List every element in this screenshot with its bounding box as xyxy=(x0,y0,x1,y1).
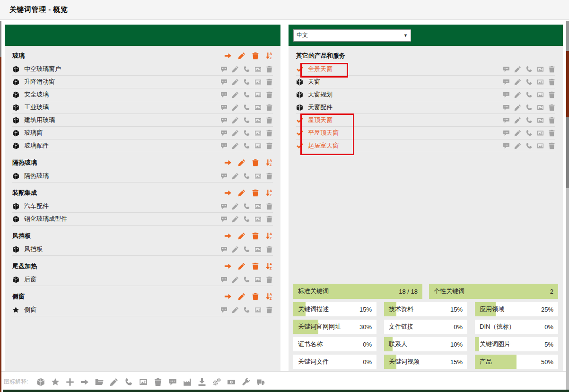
comment-icon[interactable] xyxy=(220,78,228,86)
trash-icon[interactable] xyxy=(548,130,555,137)
pencil-icon[interactable] xyxy=(514,66,521,73)
trash-icon[interactable] xyxy=(252,52,259,60)
comment-icon[interactable] xyxy=(220,276,228,283)
arrow-right-icon[interactable] xyxy=(224,262,232,270)
trash-icon[interactable] xyxy=(266,66,273,73)
phone-icon[interactable] xyxy=(525,78,533,86)
list-item[interactable]: 升降滑动窗 xyxy=(12,76,273,88)
phone-icon[interactable] xyxy=(525,91,533,98)
image-icon[interactable] xyxy=(537,78,544,86)
image-icon[interactable] xyxy=(254,78,262,86)
pencil-icon[interactable] xyxy=(238,262,245,270)
image-icon[interactable] xyxy=(254,276,262,283)
pencil-icon[interactable] xyxy=(238,293,245,300)
image-icon[interactable] xyxy=(537,104,544,111)
image-icon[interactable] xyxy=(254,246,262,253)
image-icon[interactable] xyxy=(254,306,262,314)
pencil-icon[interactable] xyxy=(232,91,239,98)
pencil-icon[interactable] xyxy=(232,216,239,223)
arrow-right-icon[interactable] xyxy=(224,189,232,197)
folder-open-icon[interactable] xyxy=(198,30,210,41)
pencil-icon[interactable] xyxy=(514,142,521,149)
image-icon[interactable] xyxy=(254,216,262,223)
trash-icon[interactable] xyxy=(252,159,259,166)
image-icon[interactable] xyxy=(254,104,262,111)
list-item[interactable]: 屋顶天窗 xyxy=(296,114,555,127)
sort-az-icon[interactable]: AZ xyxy=(265,293,273,300)
arrow-right-icon[interactable] xyxy=(224,232,232,240)
comment-icon[interactable] xyxy=(220,130,228,137)
pencil-icon[interactable] xyxy=(232,203,239,210)
download-icon[interactable] xyxy=(261,30,272,41)
list-item[interactable]: 天窗 xyxy=(296,76,555,88)
comment-icon[interactable] xyxy=(503,130,510,137)
comment-icon[interactable] xyxy=(503,104,510,111)
pencil-icon[interactable] xyxy=(514,117,521,124)
comment-icon[interactable] xyxy=(503,78,510,86)
list-item[interactable]: 玻璃窗 xyxy=(12,127,273,139)
phone-icon[interactable] xyxy=(525,117,533,124)
pencil-icon[interactable] xyxy=(514,104,521,111)
comment-icon[interactable] xyxy=(503,91,510,98)
close-icon[interactable] xyxy=(552,4,562,15)
pencil-icon[interactable] xyxy=(514,91,521,98)
image-icon[interactable] xyxy=(537,130,544,137)
image-icon[interactable] xyxy=(254,203,262,210)
trash-icon[interactable] xyxy=(266,276,273,283)
trash-icon[interactable] xyxy=(548,117,555,124)
trash-icon[interactable] xyxy=(548,104,555,111)
pencil-icon[interactable] xyxy=(232,173,239,180)
sort-az-icon[interactable]: AZ xyxy=(265,262,273,270)
pencil-icon[interactable] xyxy=(232,104,239,111)
list-item[interactable]: 玻璃配件 xyxy=(12,139,273,152)
phone-icon[interactable] xyxy=(243,66,250,73)
pencil-icon[interactable] xyxy=(232,306,239,314)
film-icon[interactable] xyxy=(534,4,544,15)
comment-icon[interactable] xyxy=(503,117,510,124)
comment-icon[interactable] xyxy=(220,91,228,98)
list-item[interactable]: 天窗配件 xyxy=(296,101,555,114)
phone-icon[interactable] xyxy=(243,91,250,98)
list-item[interactable]: 侧窗 xyxy=(12,304,273,316)
trash-icon[interactable] xyxy=(252,232,259,240)
list-item[interactable]: 后窗 xyxy=(12,273,273,286)
arrow-right-icon[interactable] xyxy=(548,52,555,60)
comment-icon[interactable] xyxy=(220,142,228,149)
pencil-icon[interactable] xyxy=(232,117,239,124)
comment-icon[interactable] xyxy=(220,246,228,253)
list-item[interactable]: 天窗规划 xyxy=(296,88,555,101)
list-item[interactable]: 钢化玻璃成型件 xyxy=(12,213,273,226)
trash-icon[interactable] xyxy=(266,246,273,253)
comment-icon[interactable] xyxy=(503,142,510,149)
trash-icon[interactable] xyxy=(266,306,273,314)
pencil-icon[interactable] xyxy=(232,276,239,283)
image-icon[interactable] xyxy=(254,91,262,98)
trash-icon[interactable] xyxy=(266,104,273,111)
pencil-icon[interactable] xyxy=(232,66,239,73)
list-item[interactable]: 全景天窗 xyxy=(296,63,555,76)
phone-icon[interactable] xyxy=(525,66,533,73)
image-icon[interactable] xyxy=(254,130,262,137)
phone-icon[interactable] xyxy=(243,276,250,283)
arrow-right-icon[interactable] xyxy=(224,159,232,166)
trash-icon[interactable] xyxy=(548,142,555,149)
comment-icon[interactable] xyxy=(220,216,228,223)
pencil-icon[interactable] xyxy=(238,189,245,197)
sort-az-icon[interactable]: AZ xyxy=(265,52,273,60)
phone-icon[interactable] xyxy=(243,306,250,314)
list-item[interactable]: 工业玻璃 xyxy=(12,101,273,114)
sort-az-icon[interactable]: AZ xyxy=(265,189,273,197)
list-item[interactable]: 安全玻璃 xyxy=(12,88,273,101)
language-select[interactable]: 中文 ▼ xyxy=(293,29,411,42)
list-item[interactable]: 中空玻璃窗户 xyxy=(12,63,273,76)
phone-icon[interactable] xyxy=(243,246,250,253)
list-item[interactable]: 建筑用玻璃 xyxy=(12,114,273,127)
sort-az-icon[interactable]: AZ xyxy=(265,159,273,166)
plus-icon[interactable] xyxy=(240,30,251,41)
image-icon[interactable] xyxy=(537,117,544,124)
phone-icon[interactable] xyxy=(243,130,250,137)
pencil-icon[interactable] xyxy=(238,232,245,240)
comment-icon[interactable] xyxy=(503,66,510,73)
eye-icon[interactable] xyxy=(219,30,230,41)
comment-icon[interactable] xyxy=(220,203,228,210)
